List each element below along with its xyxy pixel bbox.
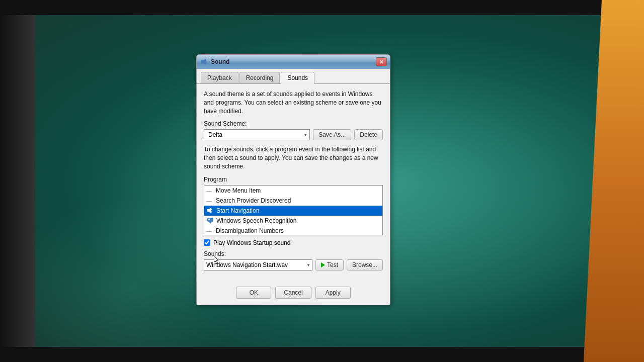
browse-button[interactable]: Browse... [347, 259, 383, 270]
tab-playback[interactable]: Playback [201, 72, 238, 83]
item-label: Disambiguation Numbers [216, 227, 284, 234]
save-as-button[interactable]: Save As... [313, 129, 351, 140]
startup-sound-checkbox[interactable] [204, 239, 210, 246]
sound-scheme-dropdown[interactable]: Delta Windows Default No Sounds [206, 130, 307, 140]
delete-button[interactable]: Delete [354, 129, 383, 140]
svg-rect-4 [207, 218, 213, 222]
dialog-footer: OK Cancel Apply [197, 283, 390, 305]
tab-bar: Playback Recording Sounds [197, 69, 390, 84]
dialog-title: Sound [211, 58, 376, 65]
dash-icon: — [206, 228, 212, 234]
speaker-icon [206, 207, 214, 215]
sound-scheme-label: Sound Scheme: [204, 120, 383, 127]
sound-scheme-select-wrap[interactable]: Delta Windows Default No Sounds ▼ [204, 129, 310, 140]
item-label: Start Navigation [216, 207, 259, 214]
apply-button[interactable]: Apply [315, 287, 351, 299]
program-item-move-menu[interactable]: — Move Menu Item [204, 186, 382, 196]
program-list: — Move Menu Item — Search Provider Disco… [204, 186, 382, 235]
program-item-speech[interactable]: Windows Speech Recognition [204, 216, 382, 226]
program-item-start-nav[interactable]: Start Navigation [204, 206, 382, 216]
test-label: Test [327, 261, 338, 268]
program-item-search-provider[interactable]: — Search Provider Discovered [204, 196, 382, 206]
sound-file-dropdown[interactable]: Windows Navigation Start.wav (None) [204, 259, 312, 270]
cancel-button[interactable]: Cancel [275, 287, 311, 299]
tab-recording[interactable]: Recording [239, 72, 280, 83]
play-icon [321, 262, 325, 267]
title-bar[interactable]: Sound ✕ [197, 55, 390, 69]
tab-sounds[interactable]: Sounds [281, 72, 314, 84]
svg-marker-3 [209, 208, 211, 214]
change-description: To change sounds, click a program event … [204, 145, 383, 170]
item-label: Windows Speech Recognition [216, 217, 296, 224]
svg-rect-2 [207, 209, 209, 212]
bottom-bar [0, 347, 644, 362]
sounds-row: Windows Navigation Start.wav (None) ▼ Te… [204, 259, 383, 270]
left-border [0, 0, 35, 362]
sounds-label: Sounds: [204, 250, 383, 257]
test-button[interactable]: Test [315, 259, 344, 270]
svg-rect-5 [208, 219, 210, 220]
program-list-container[interactable]: — Move Menu Item — Search Provider Disco… [204, 185, 383, 235]
ok-button[interactable]: OK [236, 287, 271, 299]
svg-marker-1 [203, 59, 206, 65]
svg-rect-0 [201, 60, 203, 63]
program-item-disambig-numbers[interactable]: — Disambiguation Numbers [204, 226, 382, 235]
item-label: Search Provider Discovered [216, 197, 291, 204]
item-label: Move Menu Item [216, 187, 261, 194]
dialog-body: A sound theme is a set of sounds applied… [197, 84, 390, 283]
sound-icon [200, 58, 208, 66]
description-text: A sound theme is a set of sounds applied… [204, 90, 383, 115]
startup-sound-label: Play Windows Startup sound [213, 239, 290, 246]
scheme-row: Delta Windows Default No Sounds ▼ Save A… [204, 129, 383, 140]
startup-sound-row: Play Windows Startup sound [204, 239, 383, 246]
svg-marker-6 [209, 222, 212, 224]
close-button[interactable]: ✕ [376, 57, 387, 66]
dash-icon: — [206, 198, 212, 204]
program-label: Program [204, 176, 383, 183]
top-bar [0, 0, 644, 15]
sound-file-select-wrap[interactable]: Windows Navigation Start.wav (None) ▼ [204, 259, 312, 270]
dash-icon: — [206, 188, 212, 194]
sound-dialog: Sound ✕ Playback Recording Sounds A soun… [196, 54, 390, 305]
speech-icon [206, 217, 214, 225]
window-controls: ✕ [376, 57, 387, 66]
